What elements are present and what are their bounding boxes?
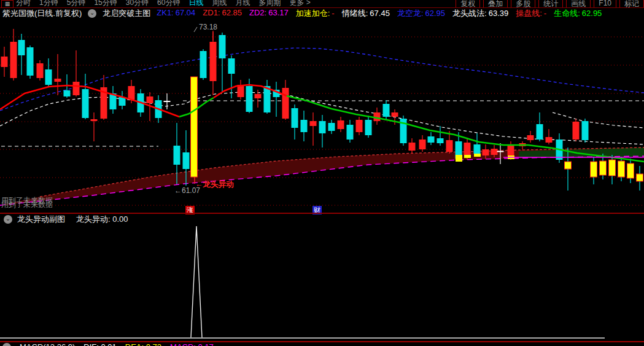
sub-panel-header: ⌄ 龙头异动副图 龙头异动: 0.00 [0, 214, 128, 224]
timeframe-tab[interactable]: 分时 [16, 0, 31, 7]
indicator-values: ZK1:67.04ZD1:62.85ZD2:63.17加速加仓:-情绪线:67.… [157, 8, 602, 19]
indicator-field: 加速加仓:- [296, 8, 335, 19]
macd-panel-header: ⌄ MACD(12,26,9) DIF: 0.01DEA: 0.73MACD: … [0, 342, 644, 346]
main-chart-canvas[interactable]: 73.18←61.07←龙头异动用到了未来数据用到了未来数据涨财 [0, 0, 644, 346]
svg-text:73.18: 73.18 [199, 23, 217, 31]
indicator-field: 龙头战法:63.39 [452, 8, 508, 19]
timeframe-tab[interactable]: 15分钟 [94, 0, 117, 7]
timeframe-tab[interactable]: 5分钟 [67, 0, 86, 7]
indicator-field: 情绪线:67.45 [342, 8, 390, 19]
svg-text:用到了未来数据: 用到了未来数据 [1, 200, 53, 209]
sub-panel-title[interactable]: 龙头异动副图 [17, 214, 65, 225]
indicator-field: ZK1:67.04 [157, 8, 195, 19]
app-window: 73.18←61.07←龙头异动用到了未来数据用到了未来数据涨财 ▦ 分时1分钟… [0, 0, 644, 346]
indicator-field: 生命线:62.95 [554, 8, 602, 19]
sub-panel-value: 龙头异动: 0.00 [76, 214, 128, 225]
timeframe-tab[interactable]: 多周期 [258, 0, 281, 7]
chevron-down-circle-icon[interactable]: ⌄ [4, 215, 12, 224]
toolbar-buttons: 复权叠加多股统计画线F10标记 [456, 0, 644, 7]
timeframe-tab[interactable]: 30分钟 [126, 0, 149, 7]
toolbar-button[interactable]: 统计 [538, 0, 563, 7]
chevron-down-circle-icon[interactable]: ⌄ [2, 343, 11, 346]
indicator-field: 龙空龙:62.95 [397, 8, 445, 19]
indicator-field: 操盘线:- [516, 8, 546, 19]
macd-field: DIF: 0.01 [83, 342, 116, 346]
toolbar-strip: 分时1分钟5分钟15分钟30分钟60分钟日线周线月线多周期更多 > 复权叠加多股… [16, 0, 644, 7]
toolbar-button[interactable]: 画线 [566, 0, 591, 7]
macd-field: DEA: 0.73 [125, 342, 161, 346]
macd-values: DIF: 0.01DEA: 0.73MACD: 0.17 [83, 342, 214, 346]
macd-field: MACD: 0.17 [170, 342, 214, 346]
sub-panel-value-number: 0.00 [112, 214, 128, 224]
timeframe-tab[interactable]: 日线 [188, 0, 203, 7]
toolbar-button[interactable]: 叠加 [483, 0, 508, 7]
timeframe-tab[interactable]: 更多 > [289, 0, 310, 7]
timeframe-tabs: 分时1分钟5分钟15分钟30分钟60分钟日线周线月线多周期更多 > [16, 0, 311, 7]
indicator-header: 紫光国微(日线.前复权) ⌄ 龙启突破主图 ZK1:67.04ZD1:62.85… [0, 8, 644, 19]
indicator-field: ZD2:63.17 [249, 8, 289, 19]
toolbar: ▦ 分时1分钟5分钟15分钟30分钟60分钟日线周线月线多周期更多 > 复权叠加… [0, 0, 644, 8]
indicator-field: ZD1:62.85 [203, 8, 242, 19]
stock-name: 紫光国微(日线.前复权) [2, 8, 82, 19]
sub-panel-value-label: 龙头异动: [76, 214, 111, 224]
timeframe-tab[interactable]: 月线 [235, 0, 250, 7]
layout-grid-icon[interactable]: ▦ [1, 0, 14, 8]
svg-text:←龙头异动: ←龙头异动 [195, 180, 234, 189]
toolbar-button[interactable]: 多股 [511, 0, 535, 7]
indicator-name[interactable]: 龙启突破主图 [103, 8, 150, 19]
toolbar-button[interactable]: 标记 [619, 0, 644, 7]
macd-title[interactable]: MACD(12,26,9) [20, 342, 75, 346]
timeframe-tab[interactable]: 60分钟 [157, 0, 180, 7]
timeframe-tab[interactable]: 1分钟 [39, 0, 58, 7]
toolbar-button[interactable]: F10 [594, 0, 616, 7]
chevron-down-circle-icon[interactable]: ⌄ [88, 9, 96, 18]
toolbar-button[interactable]: 复权 [456, 0, 480, 7]
timeframe-tab[interactable]: 周线 [212, 0, 227, 7]
